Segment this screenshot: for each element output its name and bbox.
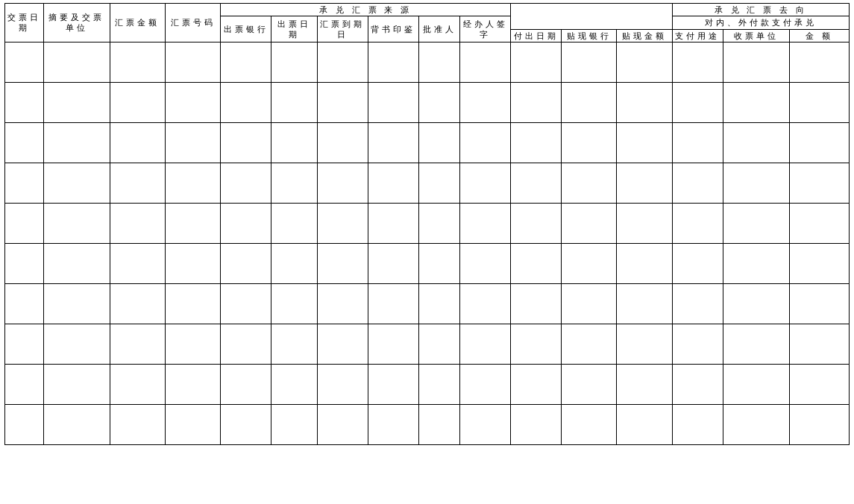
- cell-汇票到期日[interactable]: [317, 364, 368, 404]
- cell-经办人签字[interactable]: [460, 163, 511, 203]
- cell-支付用途[interactable]: [672, 122, 723, 163]
- cell-支付用途[interactable]: [672, 283, 723, 324]
- cell-摘要[interactable]: [43, 404, 110, 444]
- cell-汇票到期日[interactable]: [317, 203, 368, 243]
- cell-汇票到期日[interactable]: [317, 42, 368, 82]
- cell-金额[interactable]: [789, 364, 849, 404]
- cell-贴现银行[interactable]: [562, 364, 617, 404]
- cell-贴现金额[interactable]: [617, 364, 672, 404]
- cell-贴现银行[interactable]: [562, 324, 617, 364]
- cell-背书印鉴[interactable]: [368, 404, 418, 444]
- cell-贴现金额[interactable]: [617, 404, 672, 444]
- cell-交票日期[interactable]: [5, 283, 44, 324]
- cell-批准人[interactable]: [418, 243, 460, 283]
- cell-背书印鉴[interactable]: [368, 42, 418, 82]
- cell-出票日期[interactable]: [271, 82, 318, 122]
- cell-交票日期[interactable]: [5, 122, 44, 163]
- cell-支付用途[interactable]: [672, 243, 723, 283]
- cell-交票日期[interactable]: [5, 82, 44, 122]
- cell-经办人签字[interactable]: [460, 203, 511, 243]
- cell-汇票到期日[interactable]: [317, 82, 368, 122]
- cell-汇票号码[interactable]: [166, 243, 221, 283]
- cell-出票日期[interactable]: [271, 203, 318, 243]
- cell-交票日期[interactable]: [5, 203, 44, 243]
- cell-支付用途[interactable]: [672, 163, 723, 203]
- cell-出票日期[interactable]: [271, 163, 318, 203]
- cell-交票日期[interactable]: [5, 324, 44, 364]
- cell-背书印鉴[interactable]: [368, 364, 418, 404]
- cell-汇票号码[interactable]: [166, 404, 221, 444]
- cell-出票银行[interactable]: [221, 324, 271, 364]
- cell-出票银行[interactable]: [221, 203, 271, 243]
- cell-金额[interactable]: [789, 203, 849, 243]
- cell-摘要[interactable]: [43, 324, 110, 364]
- cell-经办人签字[interactable]: [460, 42, 511, 82]
- cell-付出日期[interactable]: [511, 364, 562, 404]
- cell-支付用途[interactable]: [672, 203, 723, 243]
- cell-摘要[interactable]: [43, 122, 110, 163]
- cell-收票单位[interactable]: [723, 42, 789, 82]
- cell-汇票号码[interactable]: [166, 42, 221, 82]
- cell-金额[interactable]: [789, 283, 849, 324]
- cell-批准人[interactable]: [418, 82, 460, 122]
- cell-汇票号码[interactable]: [166, 122, 221, 163]
- cell-汇票到期日[interactable]: [317, 163, 368, 203]
- cell-出票银行[interactable]: [221, 122, 271, 163]
- cell-出票银行[interactable]: [221, 243, 271, 283]
- cell-出票银行[interactable]: [221, 42, 271, 82]
- cell-收票单位[interactable]: [723, 324, 789, 364]
- cell-付出日期[interactable]: [511, 243, 562, 283]
- cell-汇票金额[interactable]: [110, 283, 165, 324]
- cell-贴现金额[interactable]: [617, 82, 672, 122]
- cell-支付用途[interactable]: [672, 404, 723, 444]
- cell-交票日期[interactable]: [5, 243, 44, 283]
- cell-批准人[interactable]: [418, 203, 460, 243]
- cell-汇票号码[interactable]: [166, 203, 221, 243]
- cell-经办人签字[interactable]: [460, 243, 511, 283]
- cell-付出日期[interactable]: [511, 42, 562, 82]
- cell-汇票到期日[interactable]: [317, 404, 368, 444]
- cell-出票日期[interactable]: [271, 283, 318, 324]
- cell-贴现金额[interactable]: [617, 243, 672, 283]
- cell-付出日期[interactable]: [511, 203, 562, 243]
- cell-批准人[interactable]: [418, 324, 460, 364]
- cell-摘要[interactable]: [43, 42, 110, 82]
- cell-贴现银行[interactable]: [562, 404, 617, 444]
- cell-经办人签字[interactable]: [460, 283, 511, 324]
- cell-出票银行[interactable]: [221, 163, 271, 203]
- cell-批准人[interactable]: [418, 42, 460, 82]
- cell-收票单位[interactable]: [723, 203, 789, 243]
- cell-出票银行[interactable]: [221, 283, 271, 324]
- cell-贴现金额[interactable]: [617, 122, 672, 163]
- cell-汇票金额[interactable]: [110, 203, 165, 243]
- cell-摘要[interactable]: [43, 203, 110, 243]
- cell-贴现银行[interactable]: [562, 243, 617, 283]
- cell-贴现银行[interactable]: [562, 82, 617, 122]
- cell-汇票金额[interactable]: [110, 42, 165, 82]
- cell-出票日期[interactable]: [271, 42, 318, 82]
- cell-付出日期[interactable]: [511, 283, 562, 324]
- cell-批准人[interactable]: [418, 283, 460, 324]
- cell-出票银行[interactable]: [221, 404, 271, 444]
- cell-付出日期[interactable]: [511, 404, 562, 444]
- cell-付出日期[interactable]: [511, 163, 562, 203]
- cell-收票单位[interactable]: [723, 404, 789, 444]
- cell-批准人[interactable]: [418, 404, 460, 444]
- cell-汇票金额[interactable]: [110, 324, 165, 364]
- cell-汇票到期日[interactable]: [317, 324, 368, 364]
- cell-金额[interactable]: [789, 243, 849, 283]
- cell-汇票金额[interactable]: [110, 404, 165, 444]
- cell-付出日期[interactable]: [511, 324, 562, 364]
- cell-出票日期[interactable]: [271, 364, 318, 404]
- cell-收票单位[interactable]: [723, 163, 789, 203]
- cell-金额[interactable]: [789, 122, 849, 163]
- cell-贴现银行[interactable]: [562, 163, 617, 203]
- cell-出票日期[interactable]: [271, 243, 318, 283]
- cell-金额[interactable]: [789, 404, 849, 444]
- cell-汇票号码[interactable]: [166, 82, 221, 122]
- cell-收票单位[interactable]: [723, 243, 789, 283]
- cell-支付用途[interactable]: [672, 42, 723, 82]
- cell-支付用途[interactable]: [672, 324, 723, 364]
- cell-摘要[interactable]: [43, 364, 110, 404]
- cell-贴现金额[interactable]: [617, 163, 672, 203]
